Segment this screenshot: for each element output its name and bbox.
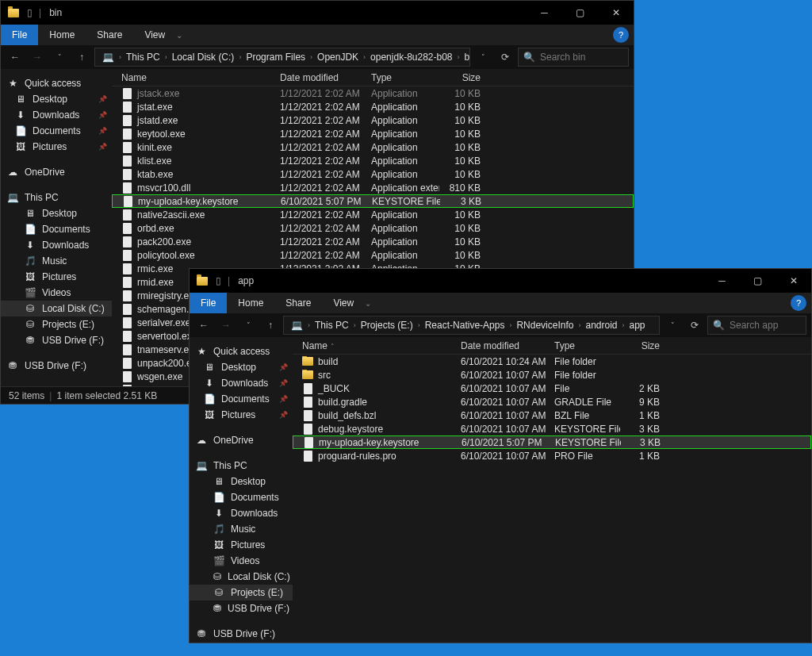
pin-icon[interactable]: ▯ [23, 6, 36, 19]
forward-button[interactable]: → [28, 48, 47, 67]
tab-share[interactable]: Share [274, 293, 322, 313]
nav-projects-e[interactable]: ⛁Projects (E:) [1, 316, 112, 332]
file-row[interactable]: pack200.exe1/12/2021 2:02 AMApplication1… [112, 235, 634, 248]
navigation-pane[interactable]: ★Quick access🖥Desktop⬇Downloads📄Document… [190, 337, 293, 643]
pin-icon[interactable]: ▯ [212, 274, 224, 287]
breadcrumb-segment[interactable]: bin [462, 52, 470, 63]
nav-desktop[interactable]: 🖥Desktop [190, 359, 293, 375]
nav-pictures[interactable]: 🖼Pictures [1, 139, 112, 155]
breadcrumb-segment[interactable]: Program Files [243, 52, 308, 63]
address-dropdown-icon[interactable]: ˅ [663, 316, 682, 335]
breadcrumb-segment[interactable]: RNdeviceInfo [513, 320, 576, 331]
title-bar[interactable]: ▯ | bin ─ ▢ ✕ [1, 1, 634, 25]
file-row[interactable]: my-upload-key.keystore6/10/2021 5:07 PMK… [293, 435, 811, 449]
breadcrumb-segment[interactable]: Projects (E:) [358, 320, 416, 331]
nav-music[interactable]: 🎵Music [190, 521, 293, 537]
history-dropdown[interactable]: ˅ [239, 316, 258, 335]
column-type[interactable]: Type [548, 340, 621, 351]
file-row[interactable]: kinit.exe1/12/2021 2:02 AMApplication10 … [112, 140, 634, 154]
search-input[interactable]: 🔍 Search app [707, 316, 806, 335]
help-button[interactable]: ? [613, 27, 629, 43]
file-row[interactable]: my-upload-key.keystore6/10/2021 5:07 PMK… [112, 194, 634, 208]
nav-downloads[interactable]: ⬇Downloads [190, 375, 293, 391]
breadcrumb-segment[interactable]: This PC [312, 320, 352, 331]
nav-usb-f[interactable]: ⛃USB Drive (F:) [190, 600, 293, 616]
file-row[interactable]: jstat.exe1/12/2021 2:02 AMApplication10 … [112, 100, 634, 113]
nav-onedrive[interactable]: ☁OneDrive [190, 432, 293, 448]
column-type[interactable]: Type [365, 72, 440, 83]
column-size[interactable]: Size [621, 340, 667, 351]
breadcrumb-segment[interactable]: React-Native-Apps [422, 320, 508, 331]
nav-pictures[interactable]: 🖼Pictures [190, 537, 293, 553]
minimize-button[interactable]: ─ [704, 269, 740, 293]
refresh-button[interactable]: ⟳ [685, 316, 704, 335]
close-button[interactable]: ✕ [598, 1, 634, 25]
breadcrumb-segment[interactable]: OpenJDK [314, 52, 362, 63]
back-button[interactable]: ← [194, 316, 213, 335]
nav-pictures[interactable]: 🖼Pictures [190, 407, 293, 423]
file-row[interactable]: _BUCK6/10/2021 10:07 AMFile2 KB [293, 382, 811, 395]
column-date[interactable]: Date modified [454, 340, 548, 351]
file-row[interactable]: debug.keystore6/10/2021 10:07 AMKEYSTORE… [293, 422, 811, 435]
nav-music[interactable]: 🎵Music [1, 253, 112, 269]
column-size[interactable]: Size [440, 72, 488, 83]
nav-desktop[interactable]: 🖥Desktop [1, 91, 112, 107]
tab-file[interactable]: File [1, 25, 38, 45]
ribbon-collapse-icon[interactable]: ⌄ [176, 31, 182, 40]
tab-home[interactable]: Home [227, 293, 274, 313]
maximize-button[interactable]: ▢ [740, 269, 776, 293]
nav-videos[interactable]: 🎬Videos [190, 553, 293, 569]
up-button[interactable]: ↑ [72, 48, 91, 67]
tab-share[interactable]: Share [86, 25, 133, 45]
column-name[interactable]: Name [115, 72, 274, 83]
breadcrumb-segment[interactable]: Local Disk (C:) [169, 52, 238, 63]
column-headers[interactable]: Name˄ Date modified Type Size [293, 337, 811, 355]
nav-desktop[interactable]: 🖥Desktop [190, 474, 293, 489]
nav-videos[interactable]: 🎬Videos [1, 285, 112, 301]
nav-this-pc[interactable]: 💻This PC [190, 458, 293, 474]
address-dropdown-icon[interactable]: ˅ [473, 48, 492, 67]
file-row[interactable]: jstack.exe1/12/2021 2:02 AMApplication10… [112, 86, 634, 100]
search-input[interactable]: 🔍 Search bin [518, 48, 629, 67]
refresh-button[interactable]: ⟳ [496, 48, 515, 67]
minimize-button[interactable]: ─ [527, 1, 562, 25]
nav-pictures[interactable]: 🖼Pictures [1, 269, 112, 285]
file-row[interactable]: proguard-rules.pro6/10/2021 10:07 AMPRO … [293, 449, 811, 462]
breadcrumb-segment[interactable]: openjdk-8u282-b08 [367, 52, 455, 63]
maximize-button[interactable]: ▢ [562, 1, 598, 25]
nav-documents[interactable]: 📄Documents [1, 221, 112, 237]
file-row[interactable]: native2ascii.exe1/12/2021 2:02 AMApplica… [112, 208, 634, 221]
column-name[interactable]: Name˄ [296, 340, 454, 351]
file-row[interactable]: msvcr100.dll1/12/2021 2:02 AMApplication… [112, 181, 634, 194]
tab-view[interactable]: View [133, 25, 176, 45]
file-row[interactable]: build6/10/2021 10:24 AMFile folder [293, 355, 811, 368]
close-button[interactable]: ✕ [776, 269, 811, 293]
nav-documents[interactable]: 📄Documents [190, 391, 293, 407]
up-button[interactable]: ↑ [261, 316, 280, 335]
tab-file[interactable]: File [190, 293, 227, 313]
nav-quick-access[interactable]: ★Quick access [190, 343, 293, 359]
nav-downloads[interactable]: ⬇Downloads [1, 107, 112, 123]
file-list[interactable]: build6/10/2021 10:24 AMFile foldersrc6/1… [293, 355, 811, 643]
breadcrumb[interactable]: 💻›This PC›Local Disk (C:)›Program Files›… [94, 48, 470, 67]
tab-view[interactable]: View [322, 293, 365, 313]
history-dropdown[interactable]: ˅ [50, 48, 69, 67]
nav-usb-f[interactable]: ⛃USB Drive (F:) [1, 358, 112, 374]
nav-onedrive[interactable]: ☁OneDrive [1, 164, 112, 180]
nav-projects-e[interactable]: ⛁Projects (E:) [190, 585, 293, 600]
forward-button[interactable]: → [216, 316, 236, 335]
column-date[interactable]: Date modified [274, 72, 365, 83]
breadcrumb-segment[interactable]: android [582, 320, 620, 331]
nav-local-disk-c[interactable]: ⛁Local Disk (C:) [1, 301, 112, 316]
file-row[interactable]: orbd.exe1/12/2021 2:02 AMApplication10 K… [112, 221, 634, 235]
file-row[interactable]: ktab.exe1/12/2021 2:02 AMApplication10 K… [112, 167, 634, 181]
nav-local-disk-c[interactable]: ⛁Local Disk (C:) [190, 569, 293, 585]
nav-desktop[interactable]: 🖥Desktop [1, 205, 112, 221]
file-row[interactable]: jstatd.exe1/12/2021 2:02 AMApplication10… [112, 113, 634, 127]
file-row[interactable]: klist.exe1/12/2021 2:02 AMApplication10 … [112, 154, 634, 167]
file-row[interactable]: keytool.exe1/12/2021 2:02 AMApplication1… [112, 127, 634, 140]
nav-usb-f[interactable]: ⛃USB Drive (F:) [190, 626, 293, 642]
nav-quick-access[interactable]: ★Quick access [1, 75, 112, 91]
breadcrumb-segment[interactable]: app [626, 320, 649, 331]
file-row[interactable]: policytool.exe1/12/2021 2:02 AMApplicati… [112, 248, 634, 262]
